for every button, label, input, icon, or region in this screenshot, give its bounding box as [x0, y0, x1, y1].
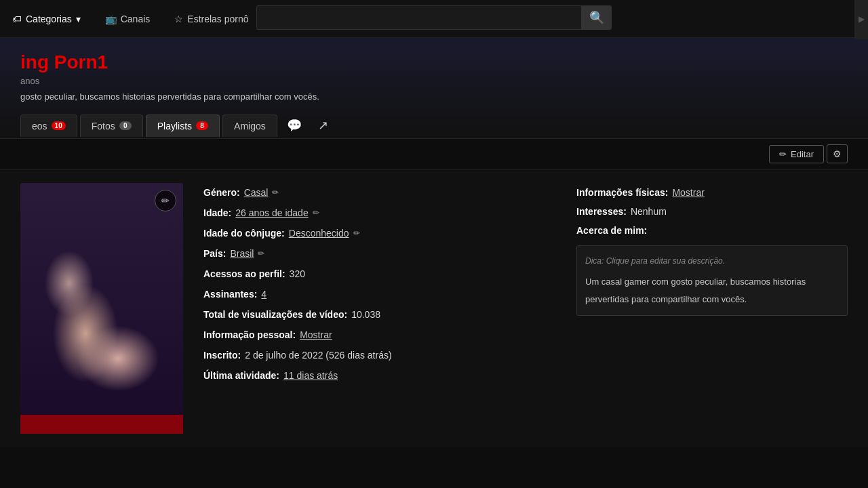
top-navigation: 🏷 Categorias ▾ 📺 Canais ☆ Estrelas pornô…: [0, 0, 868, 38]
genero-value[interactable]: Casal: [244, 183, 269, 202]
right-row-informacoes-fisicas: Informações físicas: Mostrar: [576, 183, 848, 202]
info-row-idade: Idade: 26 anos de idade ✏: [203, 203, 556, 222]
avatar: [20, 183, 183, 434]
pencil-icon: ✏: [161, 195, 170, 206]
profile-header: ing Porn1 anos gosto peculiar, buscamos …: [0, 38, 868, 139]
edit-bar: ✏ Editar ⚙: [0, 139, 868, 169]
tab-videos-badge: 10: [52, 121, 66, 130]
tab-videos[interactable]: eos 10: [20, 115, 77, 137]
tab-share[interactable]: ↗: [311, 113, 335, 138]
avatar-bottom-bar: [20, 415, 183, 434]
tab-playlists-label: Playlists: [157, 121, 192, 131]
nav-canais[interactable]: 📺 Canais: [93, 0, 163, 38]
search-icon: 🔍: [589, 10, 604, 25]
genero-edit-icon[interactable]: ✏: [272, 184, 279, 201]
info-row-conjuge: Idade do cônjuge: Desconhecido ✏: [203, 224, 556, 243]
gear-icon: ⚙: [833, 148, 842, 159]
profile-subtitle: anos: [20, 76, 848, 86]
visualizacoes-value: 10.038: [351, 305, 380, 324]
idade-edit-icon[interactable]: ✏: [313, 205, 319, 221]
pais-value[interactable]: Brasil: [230, 244, 254, 263]
info-row-genero: Género: Casal ✏: [203, 183, 556, 202]
profile-right-column: Informações físicas: Mostrar Interesses:…: [576, 183, 848, 434]
edit-button[interactable]: ✏ Editar: [769, 145, 824, 163]
profile-description: gosto peculiar, buscamos historias perve…: [20, 92, 848, 102]
description-hint: Dica: Clique para editar sua descrição.: [585, 253, 839, 269]
tab-playlists[interactable]: Playlists 8: [146, 115, 220, 137]
informacoes-fisicas-value[interactable]: Mostrar: [672, 183, 704, 202]
tab-playlists-badge: 8: [196, 121, 208, 130]
settings-button[interactable]: ⚙: [827, 144, 848, 163]
profile-title: ing Porn1: [20, 52, 848, 73]
info-row-pais: País: Brasil ✏: [203, 244, 556, 263]
chevron-down-icon: ▾: [76, 14, 81, 24]
tab-amigos-label: Amigos: [234, 121, 266, 131]
tab-fotos-badge: 0: [119, 121, 132, 130]
star-icon: ☆: [174, 14, 183, 24]
tab-amigos[interactable]: Amigos: [222, 115, 277, 137]
nav-estrelas[interactable]: ☆ Estrelas pornô: [162, 0, 260, 38]
info-row-inscrito: Inscrito: 2 de julho de 2022 (526 dias a…: [203, 346, 556, 365]
info-row-acessos: Acessos ao perfil: 320: [203, 264, 556, 283]
tab-messages[interactable]: 💬: [280, 113, 309, 138]
search-input[interactable]: [256, 5, 582, 30]
acessos-value: 320: [290, 264, 305, 283]
conjuge-edit-icon[interactable]: ✏: [353, 225, 360, 241]
tab-fotos-label: Fotos: [92, 121, 115, 131]
ultima-atividade-value[interactable]: 11 dias atrás: [283, 366, 338, 385]
share-icon: ↗: [318, 119, 328, 132]
assinantes-value[interactable]: 4: [261, 285, 267, 304]
conjuge-value[interactable]: Desconhecido: [289, 224, 349, 243]
info-row-informacao-pessoal: Informação pessoal: Mostrar: [203, 325, 556, 344]
inscrito-value: 2 de julho de 2022 (526 dias atrás): [245, 346, 391, 365]
info-row-assinantes: Assinantes: 4: [203, 285, 556, 304]
message-icon: 💬: [287, 119, 302, 132]
scroll-indicator: ▶: [854, 0, 868, 39]
informacao-pessoal-value[interactable]: Mostrar: [300, 325, 332, 344]
pencil-icon: ✏: [779, 149, 787, 159]
tab-fotos[interactable]: Fotos 0: [80, 115, 143, 137]
interesses-value: Nenhum: [631, 202, 667, 221]
tab-videos-label: eos: [32, 121, 47, 131]
info-row-visualizacoes: Total de visualizações de vídeo: 10.038: [203, 305, 556, 324]
right-row-interesses: Interesses: Nenhum: [576, 202, 848, 221]
search-container: 🔍: [256, 5, 612, 30]
right-row-acerca: Acerca de mim:: [576, 221, 848, 240]
pais-edit-icon[interactable]: ✏: [258, 245, 264, 262]
tv-icon: 📺: [105, 14, 117, 24]
idade-value[interactable]: 26 anos de idade: [235, 203, 308, 222]
nav-categorias[interactable]: 🏷 Categorias ▾: [0, 0, 93, 38]
info-row-ultima-atividade: Última atividade: 11 dias atrás: [203, 366, 556, 385]
profile-tabs: eos 10 Fotos 0 Playlists 8 Amigos 💬 ↗: [20, 113, 848, 138]
description-text: Um casal gamer com gosto peculiar, busca…: [585, 273, 839, 308]
search-button[interactable]: 🔍: [582, 5, 612, 30]
avatar-edit-button[interactable]: ✏: [155, 190, 176, 211]
profile-info: Género: Casal ✏ Idade: 26 anos de idade …: [203, 183, 556, 434]
profile-body: ✏ Género: Casal ✏ Idade: 26 anos de idad…: [0, 169, 868, 447]
tag-icon: 🏷: [12, 14, 22, 24]
description-box[interactable]: Dica: Clique para editar sua descrição. …: [576, 245, 848, 316]
avatar-section: ✏: [20, 183, 183, 434]
